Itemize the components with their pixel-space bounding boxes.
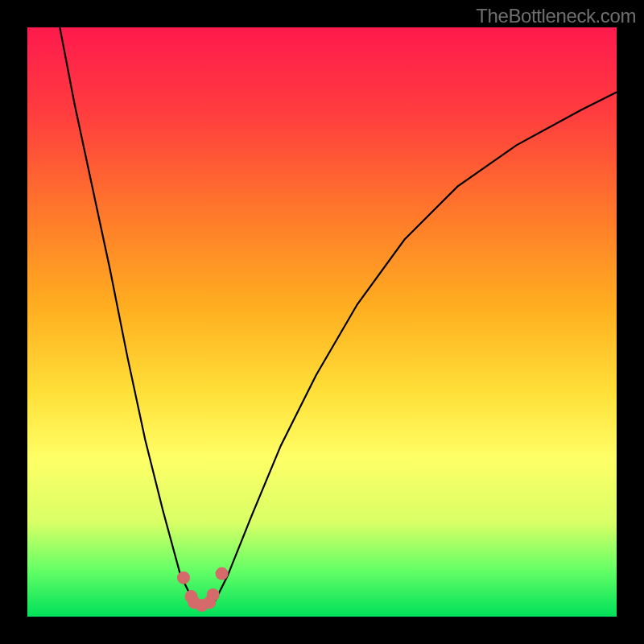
min-marker-0 [177,572,190,584]
curve-segment-0 [60,27,195,605]
bottleneck-curve [27,27,617,617]
chart-frame: TheBottleneck.com [0,0,644,644]
min-marker-5 [207,588,220,601]
min-marker-6 [216,568,229,580]
plot-area [27,27,617,617]
watermark-text: TheBottleneck.com [476,5,636,27]
curve-segment-1 [213,93,617,605]
